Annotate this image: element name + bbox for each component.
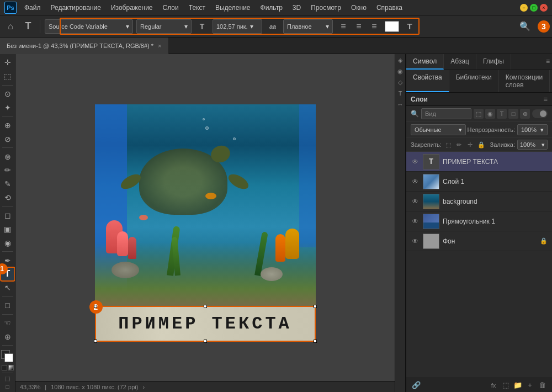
path-select-tool[interactable]: ↖ xyxy=(1,282,14,294)
workspace-button[interactable]: □ xyxy=(534,19,549,34)
menu-filter[interactable]: Фильтр xyxy=(256,3,287,13)
lock-transparent-button[interactable]: ⬚ xyxy=(444,140,453,149)
lock-move-button[interactable]: ✛ xyxy=(466,140,475,149)
background-color[interactable] xyxy=(4,353,13,362)
blend-mode-selector[interactable]: Обычные ▾ xyxy=(411,124,466,135)
spot-heal-tool[interactable]: ⊛ xyxy=(1,150,14,163)
pen-tool[interactable]: ✒ xyxy=(1,254,14,267)
layer-background[interactable]: 👁 background xyxy=(406,192,552,211)
menu-window[interactable]: Окно xyxy=(347,3,371,13)
new-layer-button[interactable]: + xyxy=(524,380,535,391)
text-tool[interactable]: T 1 xyxy=(1,268,14,280)
layer-rectangle[interactable]: 👁 Прямоугольник 1 xyxy=(406,211,552,231)
lock-artboard-button[interactable]: 🔒 xyxy=(477,140,486,149)
tab-properties[interactable]: Свойства xyxy=(406,70,449,92)
delete-layer-button[interactable]: 🗑 xyxy=(537,380,548,391)
tab-compositions[interactable]: Композиции слоев xyxy=(499,70,550,92)
brush-tool[interactable]: ✏ xyxy=(1,164,14,177)
menu-layers[interactable]: Слои xyxy=(158,3,183,13)
clone-tool[interactable]: ✎ xyxy=(1,178,14,190)
panel-menu-icon[interactable]: ≡ xyxy=(544,54,552,70)
shape-tool[interactable]: □ xyxy=(1,299,14,312)
filter-pixel[interactable]: ⬚ xyxy=(474,109,484,119)
search-button[interactable]: 🔍 xyxy=(518,19,532,34)
lasso-tool[interactable]: ⊙ xyxy=(1,88,14,100)
side-icon-5[interactable]: ↔ xyxy=(396,100,404,108)
menu-3d[interactable]: 3D xyxy=(288,3,305,13)
text-tool-button[interactable]: T xyxy=(21,19,35,34)
history-tool[interactable]: ⟲ xyxy=(1,192,14,204)
layer-text[interactable]: 👁 T ПРИМЕР ТЕКСТА xyxy=(406,152,552,172)
eyedropper-tool[interactable]: ⊘ xyxy=(1,133,14,145)
swap-colors-button[interactable] xyxy=(8,365,14,370)
menu-text[interactable]: Текст xyxy=(184,3,210,13)
link-layers-button[interactable]: 🔗 xyxy=(411,380,422,391)
crop-tool[interactable]: ⊕ xyxy=(1,119,14,131)
tab-close-button[interactable]: × xyxy=(158,43,161,49)
menu-image[interactable]: Изображение xyxy=(107,3,157,13)
tab-libraries[interactable]: Библиотеки xyxy=(449,70,499,92)
layer-eye-bg[interactable]: 👁 xyxy=(411,198,420,205)
layers-panel-menu[interactable]: ≡ xyxy=(543,95,548,103)
minimize-button[interactable]: − xyxy=(520,4,528,12)
document-tab[interactable]: Без имени-1 @ 43,3% (ПРИМЕР ТЕКСТА, RGB/… xyxy=(0,38,169,54)
lock-paint-button[interactable]: ✏ xyxy=(455,140,464,149)
align-left-button[interactable]: ≡ xyxy=(336,19,351,34)
menu-select[interactable]: Выделение xyxy=(211,3,255,13)
new-group-button[interactable]: 📁 xyxy=(512,380,523,391)
eraser-tool[interactable]: ◻ xyxy=(1,209,14,222)
zoom-tool[interactable]: ⊕ xyxy=(1,330,14,343)
fx-button[interactable]: fx xyxy=(488,380,499,391)
layer-fon[interactable]: 👁 Фон 🔒 xyxy=(406,231,552,251)
screen-mode-button[interactable]: □ xyxy=(6,384,9,390)
layer-1[interactable]: 👁 Слой 1 xyxy=(406,172,552,192)
layers-search-input[interactable]: Вид xyxy=(421,108,471,119)
magic-wand-tool[interactable]: ✦ xyxy=(1,102,14,114)
tab-character[interactable]: Символ xyxy=(406,54,444,70)
font-family-selector[interactable]: Source Code Variable ▾ xyxy=(45,19,133,34)
gradient-tool[interactable]: ▣ xyxy=(1,223,14,235)
side-icon-4[interactable]: T xyxy=(396,89,404,97)
quick-mask-button[interactable]: ⬚ xyxy=(5,375,10,382)
hand-tool[interactable]: ☜ xyxy=(1,317,14,330)
default-colors-button[interactable] xyxy=(2,365,7,370)
properties-menu-icon[interactable]: ≡ xyxy=(550,70,552,92)
move-tool[interactable]: ✛ xyxy=(1,56,14,69)
menu-view[interactable]: Просмотр xyxy=(306,3,346,13)
side-icon-2[interactable]: ◉ xyxy=(396,67,404,75)
align-center-button[interactable]: ≡ xyxy=(352,19,366,34)
tab-glyphs[interactable]: Глифы xyxy=(476,54,511,70)
font-style-selector[interactable]: Regular ▾ xyxy=(136,19,192,34)
color-boxes xyxy=(1,350,14,363)
menu-edit[interactable]: Редактирование xyxy=(46,3,105,13)
text-color-swatch[interactable] xyxy=(385,21,399,32)
menu-file[interactable]: Файл xyxy=(20,3,45,13)
font-size-input[interactable]: 102,57 пик. ▾ xyxy=(213,19,262,34)
layer-eye-fon[interactable]: 👁 xyxy=(411,237,420,245)
side-icon-1[interactable]: ◈ xyxy=(396,56,404,64)
layer-eye-1[interactable]: 👁 xyxy=(411,178,420,186)
text-warp-button[interactable]: T xyxy=(402,19,417,34)
antialiasing-icon[interactable]: aa xyxy=(266,19,280,34)
close-button[interactable]: × xyxy=(540,4,548,12)
blur-tool[interactable]: ◉ xyxy=(1,236,14,249)
filter-toggle[interactable] xyxy=(532,109,548,118)
layer-eye-rect[interactable]: 👁 xyxy=(411,218,420,225)
filter-text[interactable]: T xyxy=(497,109,507,119)
marquee-tool[interactable]: ⬚ xyxy=(1,70,14,83)
layer-eye-text[interactable]: 👁 xyxy=(411,158,420,166)
menu-help[interactable]: Справка xyxy=(372,3,407,13)
maximize-button[interactable]: □ xyxy=(530,4,538,12)
new-adjustment-button[interactable]: ⬚ xyxy=(500,380,511,391)
home-button[interactable]: ⌂ xyxy=(3,19,18,34)
opacity-input[interactable]: 100% ▾ xyxy=(517,124,548,135)
side-icon-3[interactable]: ◇ xyxy=(396,78,404,86)
antialiasing-selector[interactable]: Плавное ▾ xyxy=(283,19,333,34)
filter-smart[interactable]: ⊛ xyxy=(520,109,530,119)
fill-input[interactable]: 100% ▾ xyxy=(517,140,548,150)
canvas-area[interactable]: ПРИМЕР ТЕКСТА 2 43,33% | xyxy=(15,54,395,392)
tab-paragraph[interactable]: Абзац xyxy=(444,54,476,70)
filter-shape[interactable]: □ xyxy=(508,109,518,119)
filter-adjust[interactable]: ◉ xyxy=(485,109,495,119)
align-right-button[interactable]: ≡ xyxy=(367,19,381,34)
